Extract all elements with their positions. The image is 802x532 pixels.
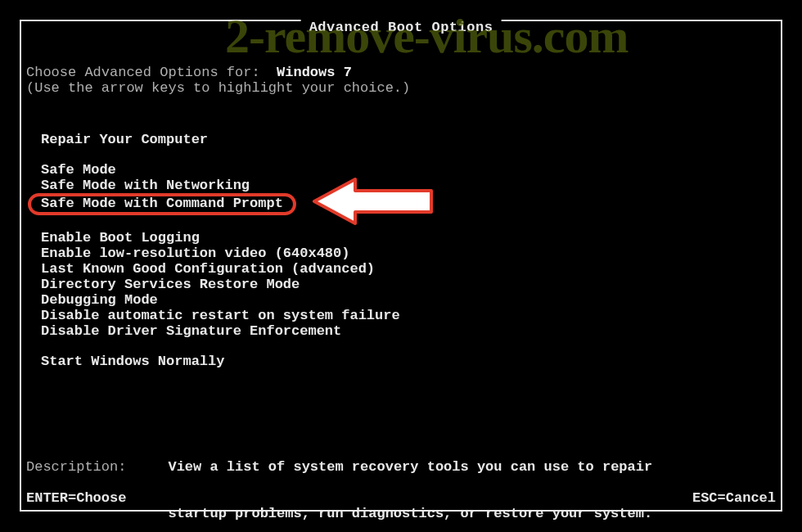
description-block: Description: View a list of system recov… — [26, 429, 652, 532]
opt-start-normally[interactable]: Start Windows Normally — [41, 354, 410, 369]
footer-bar: ENTER=Choose ESC=Cancel — [26, 490, 776, 506]
description-label: Description: — [26, 459, 168, 475]
opt-enable-boot-logging[interactable]: Enable Boot Logging — [41, 230, 410, 246]
page-title: Advanced Boot Options — [301, 20, 502, 35]
instruction-line: (Use the arrow keys to highlight your ch… — [26, 81, 410, 97]
choose-label: Choose Advanced Options for: — [26, 65, 277, 80]
footer-esc-hint: ESC=Cancel — [692, 490, 776, 506]
opt-debugging-mode[interactable]: Debugging Mode — [41, 292, 410, 308]
opt-disable-driver-sig[interactable]: Disable Driver Signature Enforcement — [41, 323, 410, 339]
description-text-line1: View a list of system recovery tools you… — [168, 459, 652, 475]
description-text-line2: startup problems, run diagnostics, or re… — [26, 507, 652, 522]
os-name: Windows 7 — [277, 65, 352, 80]
boot-options-list[interactable]: Repair Your Computer Safe Mode Safe Mode… — [41, 132, 410, 369]
opt-low-res-video[interactable]: Enable low-resolution video (640x480) — [41, 246, 410, 261]
opt-last-known-good[interactable]: Last Known Good Configuration (advanced) — [41, 261, 410, 277]
opt-safe-mode-cmd-prompt[interactable]: Safe Mode with Command Prompt — [28, 193, 296, 215]
opt-dsrm[interactable]: Directory Services Restore Mode — [41, 277, 410, 292]
opt-disable-auto-restart[interactable]: Disable automatic restart on system fail… — [41, 308, 410, 323]
content-area: Choose Advanced Options for: Windows 7 (… — [26, 65, 410, 369]
choose-line: Choose Advanced Options for: Windows 7 — [26, 65, 410, 81]
opt-repair-computer[interactable]: Repair Your Computer — [41, 132, 410, 147]
footer-enter-hint: ENTER=Choose — [26, 490, 126, 506]
opt-safe-mode[interactable]: Safe Mode — [41, 162, 410, 178]
opt-safe-mode-networking[interactable]: Safe Mode with Networking — [41, 178, 410, 193]
